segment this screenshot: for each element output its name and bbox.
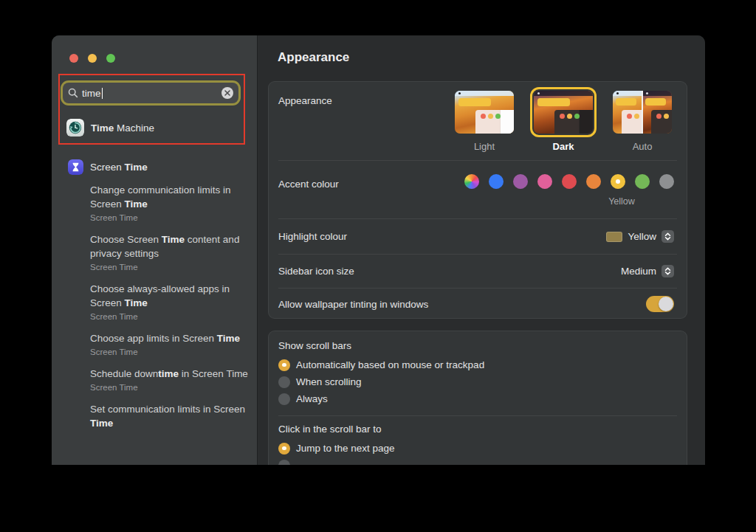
minimize-button[interactable]	[88, 54, 97, 63]
result-title: Choose always-allowed apps in Screen Tim…	[90, 282, 248, 310]
auto-mode-thumbnail	[613, 91, 672, 134]
page-title: Appearance	[278, 50, 349, 65]
radio-option[interactable]	[278, 457, 677, 465]
dark-option-label: Dark	[553, 141, 574, 152]
radio-option[interactable]: When scrolling	[278, 373, 677, 390]
search-text: time	[82, 88, 101, 99]
wallpaper-tinting-label: Allow wallpaper tinting in windows	[278, 299, 428, 310]
traffic-lights	[69, 54, 115, 63]
search-result-item[interactable]: Schedule downtime in Screen Time Screen …	[90, 367, 248, 393]
accent-swatch-green[interactable]	[635, 174, 650, 189]
dark-mode-thumbnail	[534, 91, 593, 134]
time-machine-icon	[66, 119, 84, 137]
zoom-button[interactable]	[106, 54, 115, 63]
wallpaper-tinting-toggle[interactable]	[646, 296, 674, 312]
sidebar-icon-size-value: Medium	[621, 266, 656, 277]
result-title: Choose Screen Time content and privacy s…	[90, 232, 248, 260]
appearance-options: Light Dark	[453, 91, 674, 152]
appearance-option-dark[interactable]: Dark	[532, 91, 595, 152]
highlight-colour-value: Yellow	[628, 231, 656, 242]
radio-option[interactable]: Jump to the next page	[278, 440, 677, 457]
radio-unselected-icon[interactable]	[278, 460, 290, 466]
radio-label: Jump to the next page	[296, 443, 395, 454]
accent-swatch-orange[interactable]	[586, 174, 601, 189]
radio-option[interactable]: Automatically based on mouse or trackpad	[278, 356, 677, 373]
auto-option-label: Auto	[633, 141, 653, 152]
click-scroll-bar-label: Click in the scroll bar to	[278, 424, 677, 435]
result-title: Set communication limits in Screen Time	[90, 402, 248, 430]
radio-unselected-icon[interactable]	[278, 376, 290, 388]
radio-option[interactable]: Always	[278, 390, 677, 407]
highlight-colour-swatch	[606, 232, 622, 242]
search-result-item[interactable]: Set communication limits in Screen Time	[90, 402, 248, 430]
highlight-colour-row: Highlight colour Yellow	[269, 219, 687, 254]
apple-logo-icon	[537, 92, 540, 94]
accent-colour-row: Accent colour Yellow	[269, 161, 687, 218]
result-title: Change communication limits in Screen Ti…	[90, 183, 248, 211]
radio-selected-icon[interactable]	[278, 443, 290, 455]
result-category: Screen Time	[90, 382, 248, 393]
result-category: Screen Time	[90, 262, 248, 273]
search-result-item[interactable]: Choose app limits in Screen Time Screen …	[90, 331, 248, 358]
radio-selected-icon[interactable]	[278, 359, 290, 371]
apple-logo-icon	[616, 92, 619, 94]
accent-swatch-red[interactable]	[562, 174, 577, 189]
light-option-label: Light	[474, 141, 495, 152]
system-settings-window: time Tim	[52, 35, 705, 465]
appearance-mode-row: Appearance Light	[269, 82, 687, 160]
result-category: Screen Time	[90, 311, 248, 322]
accent-swatch-multicolour[interactable]	[464, 174, 479, 189]
appearance-row-label: Appearance	[278, 95, 332, 106]
search-result-screen-time[interactable]: Screen Time	[68, 159, 148, 175]
light-mode-thumbnail	[455, 91, 514, 134]
selected-accent-label: Yellow	[599, 196, 644, 207]
accent-colour-label: Accent colour	[278, 179, 339, 190]
show-scroll-bars-label: Show scroll bars	[278, 340, 677, 351]
time-machine-label: Time Machine	[91, 122, 154, 134]
divider	[278, 415, 677, 416]
highlight-colour-label: Highlight colour	[278, 231, 347, 242]
scroll-settings-card: Show scroll bars Automatically based on …	[268, 331, 687, 465]
search-result-item[interactable]: Choose Screen Time content and privacy s…	[90, 232, 248, 273]
radio-label: When scrolling	[296, 376, 362, 387]
close-button[interactable]	[69, 54, 78, 63]
search-results-list: Change communication limits in Screen Ti…	[90, 183, 248, 439]
close-icon	[224, 90, 230, 96]
accent-swatches	[464, 174, 674, 189]
screenshot-canvas: { "window": { "pane_title": "Appearance"…	[0, 0, 756, 532]
sidebar: time Tim	[52, 35, 258, 465]
accent-swatch-graphite[interactable]	[659, 174, 674, 189]
result-category: Screen Time	[90, 347, 248, 358]
radio-label: Always	[296, 393, 328, 404]
accent-swatch-pink[interactable]	[537, 174, 552, 189]
result-category: Screen Time	[90, 213, 248, 224]
search-result-item[interactable]: Change communication limits in Screen Ti…	[90, 183, 248, 224]
search-result-item[interactable]: Choose always-allowed apps in Screen Tim…	[90, 282, 248, 322]
accent-swatch-yellow[interactable]	[611, 174, 625, 189]
result-title: Choose app limits in Screen Time	[90, 331, 248, 345]
search-input[interactable]: time	[63, 83, 238, 103]
appearance-option-auto[interactable]: Auto	[611, 91, 674, 152]
accent-swatch-purple[interactable]	[513, 174, 528, 189]
sidebar-icon-size-control[interactable]: Medium	[621, 265, 674, 277]
search-icon	[68, 88, 78, 98]
wallpaper-tinting-row: Allow wallpaper tinting in windows	[269, 289, 687, 319]
screen-time-icon	[68, 159, 83, 175]
text-caret	[102, 88, 103, 99]
search-result-time-machine[interactable]: Time Machine	[66, 119, 154, 137]
highlight-colour-control[interactable]: Yellow	[606, 230, 674, 243]
sidebar-icon-size-label: Sidebar icon size	[278, 266, 354, 277]
chevron-up-down-icon[interactable]	[662, 230, 674, 243]
result-title: Schedule downtime in Screen Time	[90, 367, 248, 381]
appearance-option-light[interactable]: Light	[453, 91, 516, 152]
sidebar-icon-size-row: Sidebar icon size Medium	[269, 255, 687, 288]
clear-search-button[interactable]	[221, 87, 233, 99]
apple-logo-icon	[646, 92, 648, 94]
accent-swatch-blue[interactable]	[489, 174, 504, 189]
screen-time-label: Screen Time	[90, 162, 148, 173]
apple-logo-icon	[458, 92, 461, 94]
radio-label: Automatically based on mouse or trackpad	[296, 359, 484, 370]
appearance-pane: Appearance Appearance Light	[258, 35, 705, 465]
chevron-up-down-icon[interactable]	[662, 265, 674, 277]
radio-unselected-icon[interactable]	[278, 393, 290, 405]
